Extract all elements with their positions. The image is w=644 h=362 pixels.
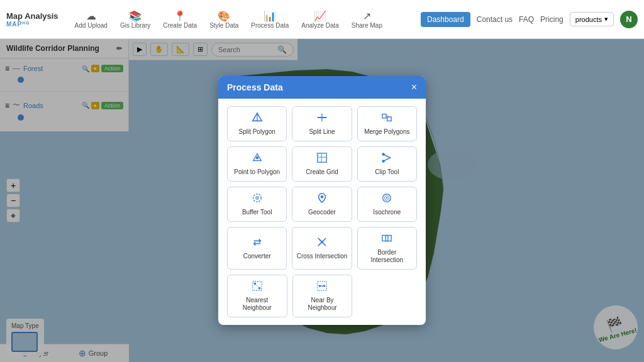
user-avatar[interactable]: N xyxy=(620,11,638,28)
products-label: products xyxy=(575,16,602,23)
nav-item-analyze-data[interactable]: 📈Analyze Data xyxy=(296,8,343,31)
create-grid-label: Create Grid xyxy=(306,168,338,176)
tool-button-clip-tool[interactable]: Clip Tool xyxy=(357,146,417,182)
modal-body: Split PolygonSplit LineMerge PolygonsPoi… xyxy=(218,99,426,325)
top-navigation: Map Analysis MAPᴴᴳ ☁Add Upload📚Gis Libra… xyxy=(0,0,644,39)
share-map-nav-icon: ↗ xyxy=(363,10,371,22)
clip-tool-label: Clip Tool xyxy=(375,168,399,176)
tool-button-buffer-tool[interactable]: Buffer Tool xyxy=(227,187,287,222)
svg-line-31 xyxy=(255,283,259,288)
create-grid-icon xyxy=(316,152,328,166)
modal-title: Process Data xyxy=(227,82,283,92)
pricing-link[interactable]: Pricing xyxy=(540,15,564,24)
point-to-polygon-icon xyxy=(252,152,263,166)
buffer-tool-icon xyxy=(252,192,263,206)
create-data-nav-icon: 📍 xyxy=(174,10,186,22)
share-map-nav-label: Share Map xyxy=(352,22,382,29)
converter-label: Converter xyxy=(243,253,271,260)
faq-link[interactable]: FAQ xyxy=(519,15,534,24)
tool-button-split-line[interactable]: Split Line xyxy=(292,106,352,141)
tool-button-converter[interactable]: Converter xyxy=(227,227,287,270)
cross-intersection-icon xyxy=(316,236,328,250)
nav-item-style-data[interactable]: 🎨Style Data xyxy=(204,8,243,31)
gis-library-nav-icon: 📚 xyxy=(129,10,142,22)
nav-items: ☁Add Upload📚Gis Library📍Create Data🎨Styl… xyxy=(70,8,421,31)
nav-item-share-map[interactable]: ↗Share Map xyxy=(347,8,387,31)
dashboard-button[interactable]: Dashboard xyxy=(421,12,470,27)
tool-button-create-grid[interactable]: Create Grid xyxy=(292,146,352,182)
tool-button-nearest-neighbour[interactable]: Nearest Neighbour xyxy=(227,275,287,317)
merge-polygons-label: Merge Polygons xyxy=(364,128,409,136)
style-data-nav-label: Style Data xyxy=(209,22,238,29)
merge-polygons-icon xyxy=(381,112,392,126)
point-to-polygon-label: Point to Polygon xyxy=(234,168,280,176)
products-button[interactable]: products ▾ xyxy=(570,12,614,26)
svg-point-33 xyxy=(319,285,321,287)
border-intersection-label: Border Intersection xyxy=(362,249,413,264)
isochrone-icon xyxy=(381,192,392,206)
process-data-nav-label: Process Data xyxy=(251,22,289,29)
converter-icon xyxy=(252,236,263,250)
svg-point-15 xyxy=(382,153,386,156)
split-line-icon xyxy=(316,112,328,126)
nearest-neighbour-label: Nearest Neighbour xyxy=(231,297,283,312)
contact-link[interactable]: Contact us xyxy=(477,15,513,24)
near-by-neighbour-icon xyxy=(316,280,328,294)
tool-grid-extra: Nearest NeighbourNear By Neighbour xyxy=(227,275,417,317)
process-data-nav-icon: 📊 xyxy=(264,10,276,22)
svg-point-34 xyxy=(323,285,326,287)
gis-library-nav-label: Gis Library xyxy=(120,22,150,29)
add-upload-nav-label: Add Upload xyxy=(75,22,108,29)
nav-item-create-data[interactable]: 📍Create Data xyxy=(158,8,202,31)
cross-intersection-label: Cross Intersection xyxy=(297,253,348,260)
analyze-data-nav-icon: 📈 xyxy=(314,10,326,22)
chevron-down-icon: ▾ xyxy=(604,15,608,23)
svg-point-22 xyxy=(386,197,388,199)
svg-point-16 xyxy=(382,160,386,163)
tool-button-split-polygon[interactable]: Split Polygon xyxy=(227,106,287,141)
clip-tool-icon xyxy=(381,152,392,166)
brand-subtitle: MAPᴴᴳ xyxy=(6,21,30,28)
process-data-modal: Process Data × Split PolygonSplit LineMe… xyxy=(218,76,426,325)
nav-right: Dashboard Contact us FAQ Pricing product… xyxy=(421,11,638,28)
svg-rect-9 xyxy=(387,117,391,121)
add-upload-nav-icon: ☁ xyxy=(86,10,96,22)
svg-rect-26 xyxy=(382,236,388,241)
svg-rect-8 xyxy=(382,114,386,118)
tool-button-border-intersection[interactable]: Border Intersection xyxy=(357,227,417,270)
modal-overlay[interactable]: Process Data × Split PolygonSplit LineMe… xyxy=(0,39,644,362)
tool-button-geocoder[interactable]: Geocoder xyxy=(292,187,352,222)
style-data-nav-icon: 🎨 xyxy=(218,10,230,22)
isochrone-label: Isochrone xyxy=(373,209,401,216)
buffer-tool-label: Buffer Tool xyxy=(242,209,272,216)
nav-item-gis-library[interactable]: 📚Gis Library xyxy=(115,8,155,31)
geocoder-label: Geocoder xyxy=(308,209,336,216)
near-by-neighbour-label: Near By Neighbour xyxy=(297,297,348,312)
split-polygon-icon xyxy=(252,112,263,126)
tool-button-point-to-polygon[interactable]: Point to Polygon xyxy=(227,146,287,182)
create-data-nav-label: Create Data xyxy=(163,22,197,29)
geocoder-icon xyxy=(316,192,328,206)
svg-point-19 xyxy=(321,195,324,199)
tool-button-cross-intersection[interactable]: Cross Intersection xyxy=(292,227,352,270)
split-line-label: Split Line xyxy=(309,128,335,136)
svg-rect-27 xyxy=(386,236,392,241)
nav-item-process-data[interactable]: 📊Process Data xyxy=(246,8,294,31)
tool-grid: Split PolygonSplit LineMerge PolygonsPoi… xyxy=(227,106,417,270)
nearest-neighbour-icon xyxy=(252,280,263,294)
analyze-data-nav-label: Analyze Data xyxy=(301,22,338,29)
tool-button-isochrone[interactable]: Isochrone xyxy=(357,187,417,222)
map-container: ▶ ✋ 📐 ⊞ 🔍 Wildlife Corridor Planning ✏ ≡… xyxy=(0,39,644,362)
border-intersection-icon xyxy=(381,233,392,246)
svg-point-11 xyxy=(255,156,258,160)
modal-header: Process Data × xyxy=(218,76,426,99)
brand-title: Map Analysis xyxy=(6,11,58,21)
modal-close-button[interactable]: × xyxy=(411,82,417,92)
nav-item-add-upload[interactable]: ☁Add Upload xyxy=(70,8,113,31)
brand-logo: Map Analysis MAPᴴᴳ xyxy=(6,11,58,28)
svg-rect-12 xyxy=(318,153,326,162)
svg-point-18 xyxy=(255,196,259,200)
tool-button-near-by-neighbour[interactable]: Near By Neighbour xyxy=(292,275,353,317)
tool-button-merge-polygons[interactable]: Merge Polygons xyxy=(357,106,417,141)
svg-point-25 xyxy=(321,241,324,244)
